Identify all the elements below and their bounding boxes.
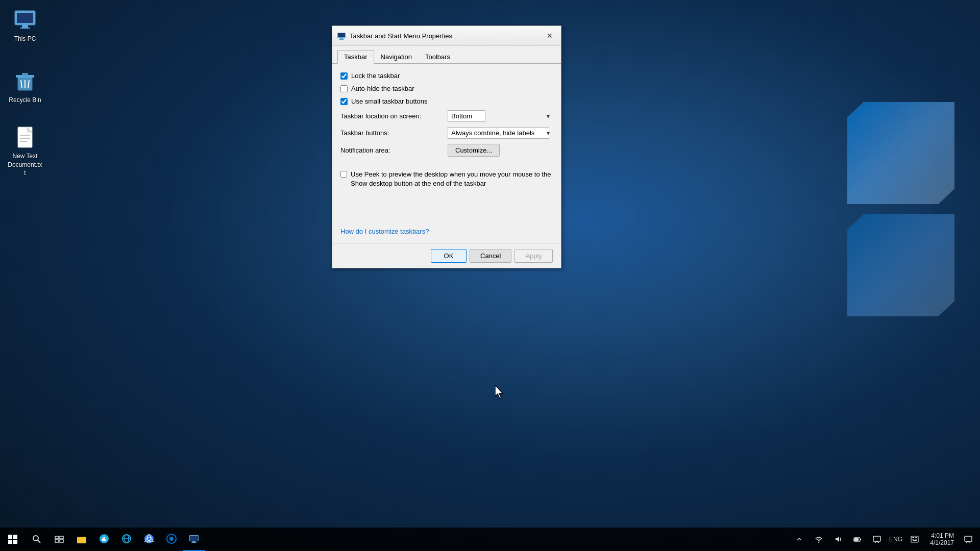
recycle-bin-label: Recycle Bin [9,96,41,104]
file-explorer-icon [76,533,87,544]
svg-rect-46 [854,538,859,541]
peek-row: Use Peek to preview the desktop when you… [340,170,553,188]
monitor-icon [13,8,37,32]
taskbar-buttons-select-wrapper: Always combine, hide labels Combine when… [448,127,553,139]
small-buttons-checkbox[interactable] [340,98,348,105]
dialog-titlebar[interactable]: Taskbar and Start Menu Properties ✕ [332,26,561,46]
tab-toolbars[interactable]: Toolbars [419,50,457,64]
svg-line-24 [38,540,40,543]
auto-hide-checkbox[interactable] [340,85,348,92]
language-indicator[interactable]: ENG [887,530,904,548]
svg-rect-28 [60,540,63,542]
small-buttons-label[interactable]: Use small taskbar buttons [351,97,428,105]
show-hidden-icons-button[interactable] [790,530,808,548]
svg-rect-22 [13,540,17,544]
taskbar-location-select[interactable]: Bottom Top Left Right [448,110,485,122]
svg-rect-53 [912,539,913,540]
cancel-button[interactable]: Cancel [470,249,511,263]
desktop-icon-recycle-bin[interactable]: Recycle Bin [5,66,45,107]
dialog-title-text: Taskbar and Start Menu Properties [350,32,540,40]
taskbar-properties-app[interactable] [183,528,205,551]
volume-icon [834,535,842,543]
svg-rect-56 [916,539,917,540]
touch-keyboard-button[interactable] [905,530,924,548]
svg-point-23 [33,536,38,541]
taskbar-edge[interactable] [93,528,115,551]
dialog-content: Lock the taskbar Auto-hide the taskbar U… [340,72,553,235]
peek-checkbox[interactable] [340,171,347,178]
svg-rect-16 [338,33,345,37]
search-button[interactable] [26,528,48,551]
edge-icon [99,533,110,544]
wifi-button[interactable] [810,530,828,548]
start-button[interactable] [0,528,26,551]
lock-taskbar-checkbox[interactable] [340,72,348,80]
taskbar-right: ENG 4:01 PM 4/1/201 [790,530,980,548]
auto-hide-row: Auto-hide the taskbar [340,85,553,92]
taskbar-cortana[interactable] [160,528,183,551]
taskbar-clock[interactable]: 4:01 PM 4/1/2017 [925,532,958,546]
taskbar-date: 4/1/2017 [930,539,954,546]
keyboard-icon [911,536,919,543]
taskbar-buttons-label: Taskbar buttons: [340,129,443,137]
svg-rect-19 [8,535,12,539]
svg-rect-42 [191,542,197,543]
svg-rect-45 [860,539,861,540]
dialog-title-icon [337,32,346,40]
text-doc-icon [13,125,37,149]
lock-taskbar-label[interactable]: Lock the taskbar [351,72,400,80]
taskbar-ie[interactable] [115,528,138,551]
taskbar: ENG 4:01 PM 4/1/201 [0,528,980,551]
cortana-icon [166,533,177,544]
taskbar-properties-dialog: Taskbar and Start Menu Properties ✕ Task… [332,26,561,268]
svg-rect-6 [22,73,28,76]
taskbar-chrome[interactable] [138,528,160,551]
svg-rect-40 [190,536,198,541]
svg-rect-50 [913,537,914,538]
task-view-button[interactable] [48,528,70,551]
dialog-body: Lock the taskbar Auto-hide the taskbar U… [332,64,561,243]
apply-button[interactable]: Apply [514,249,553,263]
new-text-doc-label: New Text Document.txt [8,153,42,177]
svg-point-36 [148,537,151,540]
chrome-icon [143,533,155,544]
small-buttons-row: Use small taskbar buttons [340,97,553,105]
svg-point-38 [169,537,174,541]
peek-label[interactable]: Use Peek to preview the desktop when you… [351,170,553,188]
taskbar-buttons-select[interactable]: Always combine, hide labels Combine when… [448,127,549,139]
help-link[interactable]: How do I customize taskbars? [340,228,553,235]
desktop: This PC Recycle Bin New Text Document.tx… [0,0,980,551]
svg-rect-51 [915,537,916,538]
notification-area-row: Notification area: Customize... [340,144,553,157]
desktop-icon-this-pc[interactable]: This PC [5,5,45,46]
svg-rect-47 [873,536,880,541]
taskbar-buttons-row: Taskbar buttons: Always combine, hide la… [340,127,553,139]
notifications-button[interactable] [959,530,977,548]
win-shape-top [847,102,954,204]
volume-button[interactable] [829,530,847,548]
tab-taskbar[interactable]: Taskbar [337,50,374,64]
ok-button[interactable]: OK [431,249,467,263]
dialog-close-button[interactable]: ✕ [544,30,556,41]
battery-button[interactable] [848,530,867,548]
desktop-icon-new-text-doc[interactable]: New Text Document.txt [5,122,45,180]
dialog-footer: OK Cancel Apply [332,243,561,268]
customize-button[interactable]: Customize... [448,144,500,157]
this-pc-label: This PC [14,35,36,42]
action-center-button[interactable] [868,530,886,548]
win-shape-bottom [847,214,954,316]
notification-area-label: Notification area: [340,146,443,154]
svg-rect-49 [912,537,913,538]
taskbar-location-row: Taskbar location on screen: Bottom Top L… [340,110,553,122]
start-icon [8,534,18,544]
svg-rect-26 [60,536,63,539]
taskbar-file-explorer[interactable] [70,528,93,551]
svg-rect-58 [965,536,972,541]
auto-hide-label[interactable]: Auto-hide the taskbar [351,85,414,92]
svg-rect-55 [915,539,916,540]
action-center-icon [873,535,881,543]
tab-navigation[interactable]: Navigation [374,50,419,64]
svg-rect-25 [55,536,59,539]
svg-rect-18 [339,39,344,40]
svg-rect-54 [913,539,914,540]
